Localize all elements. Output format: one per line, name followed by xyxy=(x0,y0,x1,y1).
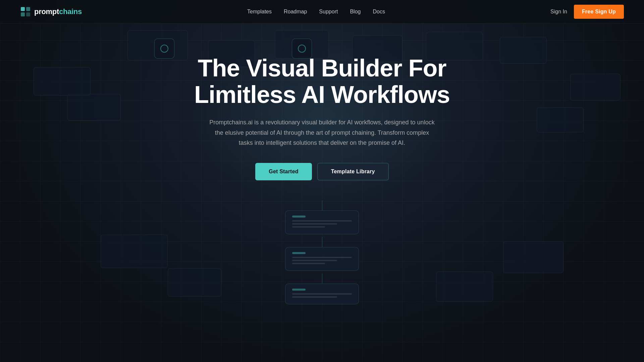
hero-content: The Visual Builder For Limitless AI Work… xyxy=(181,55,463,180)
preview-node-2-line-3 xyxy=(292,263,325,264)
hero-section: The Visual Builder For Limitless AI Work… xyxy=(0,0,644,362)
nav-links: Templates Roadmap Support Blog Docs xyxy=(247,9,385,15)
logo[interactable]: promptchains xyxy=(20,6,82,17)
get-started-button[interactable]: Get Started xyxy=(255,163,312,180)
preview-node-1-header xyxy=(292,216,306,218)
nav-item-docs[interactable]: Docs xyxy=(373,9,385,14)
hero-preview xyxy=(241,200,402,307)
preview-connector-top xyxy=(322,200,322,210)
svg-rect-1 xyxy=(26,7,30,11)
svg-rect-2 xyxy=(21,12,25,16)
navbar: promptchains Templates Roadmap Support B… xyxy=(0,0,644,23)
nav-right: Sign In Free Sign Up xyxy=(550,5,624,19)
preview-connector-mid xyxy=(322,237,322,247)
logo-text: promptchains xyxy=(34,7,82,16)
nav-item-templates[interactable]: Templates xyxy=(247,9,272,14)
hero-subtitle: Promptchains.ai is a revolutionary visua… xyxy=(208,117,436,148)
preview-node-2-line-2 xyxy=(292,260,337,261)
preview-node-1-line-3 xyxy=(292,226,325,228)
free-signup-button[interactable]: Free Sign Up xyxy=(574,5,624,19)
preview-node-3-header xyxy=(292,289,306,291)
svg-rect-0 xyxy=(21,7,25,11)
logo-icon xyxy=(20,6,31,17)
svg-rect-3 xyxy=(26,12,30,16)
hero-buttons: Get Started Template Library xyxy=(194,163,450,180)
preview-connector-bottom xyxy=(322,274,322,284)
nav-item-roadmap[interactable]: Roadmap xyxy=(284,9,307,14)
template-library-button[interactable]: Template Library xyxy=(317,163,389,180)
preview-node-3 xyxy=(285,284,359,304)
preview-node-1-line-2 xyxy=(292,223,337,225)
preview-node-3-line-2 xyxy=(292,296,337,298)
preview-node-2 xyxy=(285,247,359,271)
preview-node-1-line-1 xyxy=(292,220,352,222)
nav-item-support[interactable]: Support xyxy=(319,9,338,14)
preview-node-2-header xyxy=(292,252,306,254)
preview-node-3-line-1 xyxy=(292,293,352,295)
hero-title: The Visual Builder For Limitless AI Work… xyxy=(194,55,450,108)
preview-node-1 xyxy=(285,210,359,234)
sign-in-link[interactable]: Sign In xyxy=(550,9,567,15)
nav-item-blog[interactable]: Blog xyxy=(350,9,361,14)
preview-node-2-line-1 xyxy=(292,257,352,258)
